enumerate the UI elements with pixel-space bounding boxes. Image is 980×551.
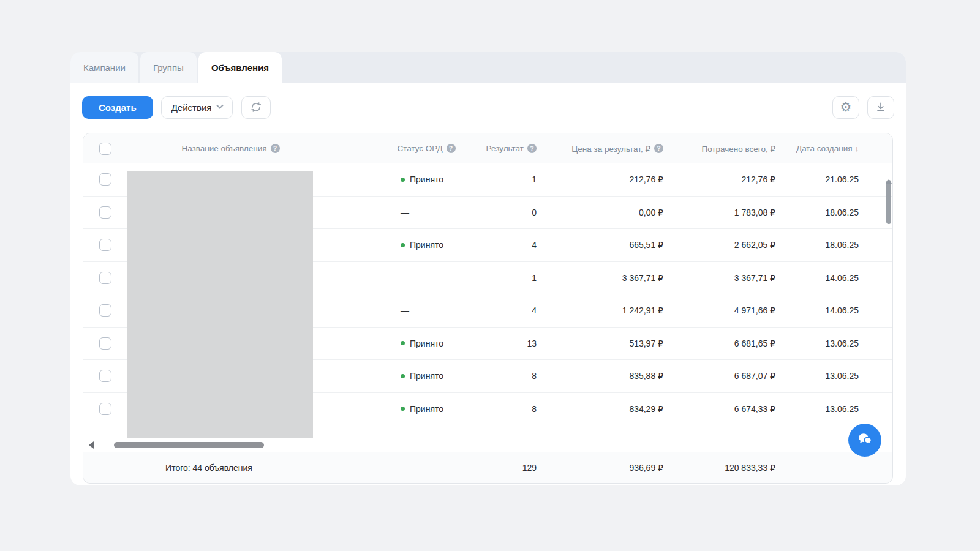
- status-dot: [401, 407, 405, 411]
- row-checkbox[interactable]: [99, 403, 111, 415]
- row-checkbox[interactable]: [99, 239, 111, 251]
- column-header-cpr[interactable]: Цена за результат, ₽ ?: [549, 133, 676, 163]
- chat-bubbles-icon: [856, 430, 873, 450]
- status-text: Принято: [410, 240, 443, 250]
- tab-groups-label: Группы: [153, 62, 184, 73]
- column-header-status[interactable]: Статус ОРД ?: [334, 133, 484, 163]
- status-text: —: [401, 273, 409, 283]
- cell-cpr: 212,76 ₽: [549, 163, 676, 196]
- status-text: —: [401, 208, 409, 217]
- help-icon[interactable]: ?: [271, 144, 280, 153]
- cell-cpr: 834,29 ₽: [549, 393, 676, 425]
- column-header-spent[interactable]: Потрачено всего, ₽: [676, 133, 788, 163]
- row-checkbox[interactable]: [99, 173, 111, 186]
- cell-result: 4: [484, 294, 549, 327]
- footer-cpr-total: 936,69 ₽: [549, 452, 676, 483]
- cell-spent: 3 367,71 ₽: [676, 262, 788, 294]
- cell-status: —: [334, 197, 484, 229]
- help-icon[interactable]: ?: [527, 144, 537, 153]
- column-header-result[interactable]: Результат ?: [484, 133, 549, 163]
- help-icon[interactable]: ?: [447, 144, 456, 153]
- tab-campaigns-label: Кампании: [83, 62, 126, 73]
- cell-cpr: 0,00 ₽: [549, 197, 676, 229]
- cell-created: 13.06.25: [788, 328, 892, 360]
- cell-created: 18.06.25: [788, 229, 892, 261]
- sort-desc-icon: ↓: [855, 144, 859, 153]
- refresh-button[interactable]: [241, 96, 271, 119]
- cell-cpr: 3 367,71 ₽: [549, 262, 676, 294]
- tab-bar: Кампании Группы Объявления: [70, 52, 906, 83]
- row-checkbox[interactable]: [99, 370, 111, 382]
- select-all-checkbox[interactable]: [99, 143, 111, 155]
- actions-dropdown-button[interactable]: Действия: [161, 96, 233, 119]
- row-checkbox[interactable]: [99, 304, 111, 317]
- actions-dropdown-label: Действия: [172, 102, 212, 113]
- vertical-scrollbar[interactable]: [886, 169, 892, 224]
- tab-campaigns[interactable]: Кампании: [70, 52, 138, 83]
- horizontal-scrollbar[interactable]: [83, 437, 892, 452]
- create-button[interactable]: Создать: [82, 96, 153, 119]
- cell-status: —: [334, 294, 484, 327]
- chevron-down-icon: [217, 102, 224, 109]
- cell-spent: 1 783,08 ₽: [676, 197, 788, 229]
- cell-result: 4: [484, 229, 549, 261]
- cell-result: 13: [484, 328, 549, 360]
- column-header-created[interactable]: Дата создания ↓: [788, 133, 892, 163]
- cell-result: 8: [484, 360, 549, 392]
- cell-created: 13.06.25: [788, 360, 892, 392]
- download-icon: [875, 101, 887, 113]
- row-checkbox[interactable]: [99, 272, 111, 284]
- cell-spent: 6 674,33 ₽: [676, 393, 788, 425]
- cell-status: —: [334, 262, 484, 294]
- footer-result-total: 129: [484, 452, 549, 483]
- cell-created: 13.06.25: [788, 393, 892, 425]
- cell-result: 1: [484, 262, 549, 294]
- table-footer: Итого: 44 объявления 129 936,69 ₽ 120 83…: [83, 452, 892, 483]
- cell-result: 8: [484, 393, 549, 425]
- scroll-up-arrow-icon[interactable]: [886, 169, 892, 184]
- vertical-scrollbar-thumb[interactable]: [886, 180, 891, 224]
- tab-ads[interactable]: Объявления: [198, 52, 282, 83]
- cell-result: 0: [484, 197, 549, 229]
- settings-button[interactable]: ⚙: [832, 96, 859, 119]
- cell-spent: 4 971,66 ₽: [676, 294, 788, 327]
- toolbar: Создать Действия ⚙: [70, 83, 906, 132]
- footer-total-label: Итого: 44 объявления: [83, 463, 334, 473]
- cell-status: Принято: [334, 229, 484, 261]
- tab-ads-label: Объявления: [211, 62, 269, 73]
- tab-groups[interactable]: Группы: [140, 52, 197, 83]
- toolbar-right-group: ⚙: [832, 96, 894, 119]
- support-chat-button[interactable]: [848, 424, 881, 457]
- status-text: Принято: [410, 371, 443, 381]
- row-checkbox[interactable]: [99, 337, 111, 350]
- refresh-icon: [250, 101, 262, 113]
- cell-status: Принято: [334, 328, 484, 360]
- cell-created: 14.06.25: [788, 294, 892, 327]
- column-header-name[interactable]: Название объявления ?: [127, 133, 334, 163]
- cell-spent: 6 681,65 ₽: [676, 328, 788, 360]
- main-panel: Кампании Группы Объявления Создать Дейст…: [70, 52, 906, 485]
- footer-spent-total: 120 833,33 ₽: [676, 452, 788, 483]
- export-download-button[interactable]: [867, 96, 894, 119]
- table-body: Принято 1 212,76 ₽ 212,76 ₽ 21.06.25 — 0…: [83, 163, 892, 437]
- cell-result: 1: [484, 163, 549, 196]
- horizontal-scrollbar-thumb[interactable]: [114, 442, 264, 448]
- help-icon[interactable]: ?: [654, 144, 663, 153]
- status-text: Принято: [410, 339, 443, 348]
- cell-created: 14.06.25: [788, 262, 892, 294]
- cell-cpr: 665,51 ₽: [549, 229, 676, 261]
- cell-status: Принято: [334, 393, 484, 425]
- cell-spent: 2 662,05 ₽: [676, 229, 788, 261]
- table-header: Название объявления ? Статус ОРД ? Резул…: [83, 133, 892, 163]
- redacted-names-overlay: [127, 171, 313, 438]
- status-dot: [401, 374, 405, 378]
- cell-spent: 212,76 ₽: [676, 163, 788, 196]
- scroll-left-arrow-icon[interactable]: [89, 441, 94, 449]
- row-checkbox[interactable]: [99, 206, 111, 219]
- status-text: Принято: [410, 174, 443, 184]
- gear-icon: ⚙: [840, 101, 852, 114]
- status-dot: [401, 178, 405, 182]
- cell-spent: 6 687,07 ₽: [676, 360, 788, 392]
- ads-table: Название объявления ? Статус ОРД ? Резул…: [83, 133, 893, 484]
- status-dot: [401, 243, 405, 247]
